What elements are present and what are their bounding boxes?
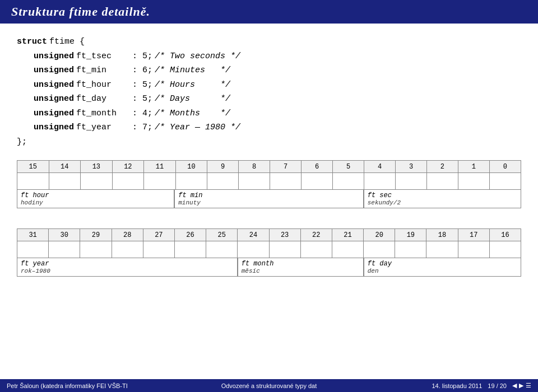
bit-table-2: 31 30 29 28 27 26 25 24 23 22 21 20 19 1… xyxy=(17,228,521,258)
field-month: unsigned ft_month : 4; /* Months */ xyxy=(34,106,521,121)
slide-title: Struktura ftime detailně. xyxy=(0,0,538,24)
bit-content-row-2 xyxy=(17,241,521,258)
diagram2: 31 30 29 28 27 26 25 24 23 22 21 20 19 1… xyxy=(17,228,521,277)
footer-date: 14. listopadu 2011 xyxy=(432,382,482,389)
bit-table-1: 15 14 13 12 11 10 9 8 7 6 5 4 3 2 1 0 xyxy=(17,160,521,190)
menu-icon[interactable]: ☰ xyxy=(526,382,531,389)
ft-year-label: ft year rok–1980 xyxy=(17,258,238,277)
footer-right: 14. listopadu 2011 19 / 20 ◀ ▶ ☰ xyxy=(382,382,531,389)
footer-author: Petr Šaloun (katedra informatiky FEI VŠB… xyxy=(7,382,156,389)
footer-page: 19 / 20 xyxy=(488,382,507,389)
nav-prev-icon[interactable]: ◀ xyxy=(512,382,517,389)
field-hour: unsigned ft_hour : 5; /* Hours */ xyxy=(34,78,521,92)
open-brace: { xyxy=(75,35,85,49)
footer-topic: Odvozené a strukturované typy dat xyxy=(156,382,381,389)
spacer xyxy=(17,218,521,228)
bit-numbers-row-2: 31 30 29 28 27 26 25 24 23 22 21 20 19 1… xyxy=(17,229,521,241)
struct-name: ftime xyxy=(49,35,75,49)
field-tsec: unsigned ft_tsec : 5; /* Two seconds */ xyxy=(34,49,521,64)
ft-hour-label: ft hour hodiny xyxy=(17,190,174,208)
bit-content-row-1 xyxy=(17,173,521,190)
bit-numbers-row-1: 15 14 13 12 11 10 9 8 7 6 5 4 3 2 1 0 xyxy=(17,161,521,173)
nav-icons: ◀ ▶ ☰ xyxy=(512,382,531,389)
struct-declaration: struct ftime { xyxy=(17,35,521,49)
ft-day-label: ft day den xyxy=(364,258,521,277)
diagram1: 15 14 13 12 11 10 9 8 7 6 5 4 3 2 1 0 xyxy=(17,160,521,208)
main-content: struct ftime { unsigned ft_tsec : 5; /* … xyxy=(0,24,538,292)
field-day: unsigned ft_day : 5; /* Days */ xyxy=(34,92,521,106)
field-min: unsigned ft_min : 6; /* Minutes */ xyxy=(34,63,521,78)
field-labels-2: ft year rok–1980 ft month měsíc ft day d… xyxy=(17,258,521,277)
ft-sec-label: ft sec sekundy/2 xyxy=(364,190,521,208)
code-block: struct ftime { unsigned ft_tsec : 5; /* … xyxy=(17,35,521,149)
field-year: unsigned ft_year : 7; /* Year — 1980 */ xyxy=(34,120,521,135)
field-labels-1: ft hour hodiny ft min minuty ft sec seku… xyxy=(17,190,521,208)
title-text: Struktura ftime detailně. xyxy=(11,4,150,18)
struct-keyword: struct xyxy=(17,35,47,49)
close-brace: }; xyxy=(17,135,521,150)
footer-bar: Petr Šaloun (katedra informatiky FEI VŠB… xyxy=(0,379,538,392)
ft-min-label: ft min minuty xyxy=(174,190,364,208)
nav-next-icon[interactable]: ▶ xyxy=(519,382,523,389)
ft-month-label: ft month měsíc xyxy=(238,258,364,277)
